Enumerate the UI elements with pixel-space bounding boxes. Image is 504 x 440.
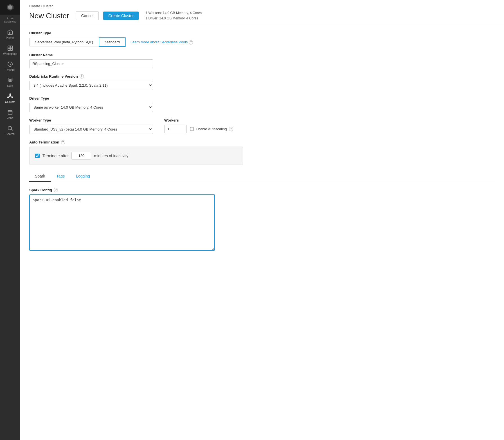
cancel-button[interactable]: Cancel: [76, 11, 99, 20]
termination-minutes-input[interactable]: [71, 152, 91, 160]
worker-section: Worker Type Standard_DS3_v2 (beta) 14.0 …: [29, 118, 495, 134]
worker-row: Worker Type Standard_DS3_v2 (beta) 14.0 …: [29, 118, 495, 134]
svg-line-14: [8, 96, 9, 97]
workers-input-row: Enable Autoscaling ?: [164, 125, 233, 133]
runtime-label: Databricks Runtime Version ?: [29, 74, 495, 78]
autoscale-label: Enable Autoscaling: [196, 127, 227, 131]
sidebar-item-workspace[interactable]: Workspace: [0, 42, 20, 58]
svg-line-13: [11, 96, 12, 97]
sidebar-item-search-label: Search: [6, 133, 15, 136]
tab-tags[interactable]: Tags: [51, 171, 71, 182]
standard-button[interactable]: Standard: [99, 37, 126, 47]
sidebar-item-search[interactable]: Search: [0, 122, 20, 138]
workers-input[interactable]: [164, 125, 187, 133]
sidebar: AzureDatabricks Home Workspace Recent: [0, 0, 20, 440]
worker-type-label: Worker Type: [29, 118, 153, 122]
sidebar-item-clusters[interactable]: Clusters: [0, 90, 20, 106]
svg-rect-3: [10, 46, 12, 48]
spark-config-label: Spark Config ?: [29, 188, 495, 192]
sidebar-item-jobs[interactable]: Jobs: [0, 106, 20, 122]
sidebar-brand-label: AzureDatabricks: [3, 16, 18, 26]
autoscale-checkbox[interactable]: [190, 127, 194, 131]
runtime-section: Databricks Runtime Version ? 3.4 (includ…: [29, 74, 495, 90]
svg-rect-2: [8, 46, 10, 48]
auto-termination-help-icon[interactable]: ?: [61, 140, 65, 144]
tab-logging[interactable]: Logging: [70, 171, 96, 182]
spark-config-textarea[interactable]: spark.ui.enabled false: [29, 194, 215, 251]
cluster-info-driver: 1 Driver: 14.0 GB Memory, 4 Cores: [145, 16, 202, 21]
svg-point-16: [8, 126, 12, 130]
worker-type-select[interactable]: Standard_DS3_v2 (beta) 14.0 GB Memory, 4…: [29, 125, 153, 134]
sidebar-item-data-label: Data: [7, 84, 13, 87]
svg-rect-5: [10, 48, 12, 50]
svg-rect-4: [8, 48, 10, 50]
auto-termination-box: Terminate after minutes of inactivity: [29, 147, 243, 165]
cluster-name-label: Cluster Name: [29, 53, 495, 57]
terminate-after-label: Terminate after: [42, 154, 69, 158]
page-title: New Cluster: [29, 12, 69, 20]
cluster-info: 1 Workers: 14.0 GB Memory, 4 Cores 1 Dri…: [145, 10, 202, 21]
runtime-help-icon[interactable]: ?: [80, 74, 84, 78]
sidebar-item-data[interactable]: Data: [0, 74, 20, 90]
breadcrumb: Create Cluster: [29, 4, 495, 8]
tab-spark[interactable]: Spark: [29, 171, 51, 182]
sidebar-item-jobs-label: Jobs: [7, 116, 13, 120]
svg-point-8: [9, 96, 11, 97]
auto-termination-section: Auto Termination ? Terminate after minut…: [29, 140, 495, 165]
cluster-info-workers: 1 Workers: 14.0 GB Memory, 4 Cores: [145, 10, 202, 16]
sidebar-logo: [0, 0, 20, 15]
spark-config-section: Spark Config ? spark.ui.enabled false: [29, 188, 495, 252]
cluster-name-section: Cluster Name: [29, 53, 495, 68]
sidebar-item-home-label: Home: [6, 36, 14, 39]
page-header: Create Cluster New Cluster Cancel Create…: [20, 0, 504, 24]
learn-more-link[interactable]: Learn more about Serverless Pools ?: [130, 40, 193, 44]
sidebar-item-recent-label: Recent: [6, 68, 15, 71]
main-content: Create Cluster New Cluster Cancel Create…: [20, 0, 504, 440]
sidebar-item-clusters-label: Clusters: [5, 100, 15, 104]
page-subtitle-row: New Cluster Cancel Create Cluster 1 Work…: [29, 10, 495, 21]
tabs-row: Spark Tags Logging: [29, 171, 495, 182]
serverless-pool-button[interactable]: Serverless Pool (beta, Python/SQL): [29, 38, 99, 46]
auto-termination-label: Auto Termination ?: [29, 140, 495, 144]
driver-type-select[interactable]: Same as worker 14.0 GB Memory, 4 Cores: [29, 103, 153, 112]
worker-type-col: Worker Type Standard_DS3_v2 (beta) 14.0 …: [29, 118, 153, 134]
sidebar-item-workspace-label: Workspace: [3, 52, 17, 55]
cluster-name-input[interactable]: [29, 59, 153, 68]
autoscale-help-icon[interactable]: ?: [229, 127, 233, 131]
svg-point-7: [8, 78, 12, 80]
cluster-type-row: Serverless Pool (beta, Python/SQL) Stand…: [29, 37, 495, 47]
auto-termination-checkbox[interactable]: [35, 154, 40, 158]
runtime-select[interactable]: 3.4 (includes Apache Spark 2.2.0, Scala …: [29, 81, 153, 90]
workers-label: Workers: [164, 118, 233, 122]
svg-rect-15: [8, 111, 12, 115]
sidebar-item-home[interactable]: Home: [0, 26, 20, 42]
spark-config-help-icon[interactable]: ?: [54, 188, 58, 192]
form-body: Cluster Type Serverless Pool (beta, Pyth…: [20, 24, 504, 265]
driver-type-section: Driver Type Same as worker 14.0 GB Memor…: [29, 96, 495, 112]
workers-col: Workers Enable Autoscaling ?: [164, 118, 233, 133]
minutes-inactivity-label: minutes of inactivity: [94, 154, 128, 158]
create-cluster-button[interactable]: Create Cluster: [103, 12, 139, 20]
svg-line-17: [11, 130, 12, 131]
cluster-type-section: Cluster Type Serverless Pool (beta, Pyth…: [29, 31, 495, 47]
cluster-type-help-icon[interactable]: ?: [189, 40, 193, 44]
cluster-type-label: Cluster Type: [29, 31, 495, 35]
svg-point-9: [10, 94, 11, 95]
autoscale-row: Enable Autoscaling ?: [190, 127, 233, 131]
driver-type-label: Driver Type: [29, 96, 495, 100]
sidebar-item-recent[interactable]: Recent: [0, 58, 20, 74]
